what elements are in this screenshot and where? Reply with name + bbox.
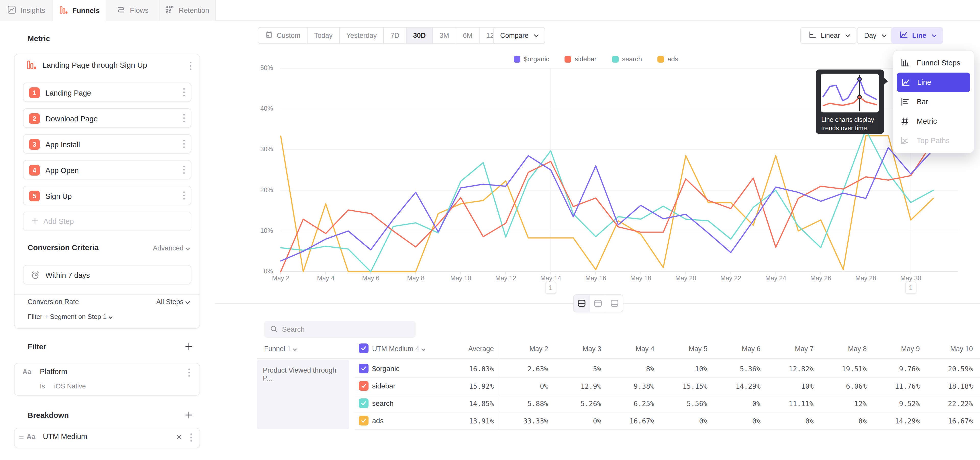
tab-retention[interactable]: Retention bbox=[159, 0, 216, 21]
range-yesterday-button[interactable]: Yesterday bbox=[340, 27, 384, 43]
x-tick-label: May 18 bbox=[620, 275, 661, 282]
funnel-kebab-menu[interactable] bbox=[188, 60, 193, 72]
breakdown-column-header[interactable]: UTM Medium 4 bbox=[372, 345, 425, 353]
layout-chart-only-button[interactable] bbox=[590, 295, 606, 312]
step-kebab-menu[interactable] bbox=[182, 164, 186, 175]
range-today-button[interactable]: Today bbox=[307, 27, 340, 43]
funnel-step-1[interactable]: 1Landing Page bbox=[23, 83, 191, 102]
x-tick-label: May 20 bbox=[665, 275, 706, 282]
layout-split-button[interactable] bbox=[574, 295, 590, 312]
menu-item-metric[interactable]: Metric bbox=[893, 112, 974, 131]
chevron-down-icon bbox=[109, 315, 113, 319]
calendar-icon bbox=[265, 31, 273, 41]
menu-item-bar[interactable]: Bar bbox=[893, 92, 974, 112]
range-7d-button[interactable]: 7D bbox=[384, 27, 407, 43]
chart-type-menu: Funnel StepsLineBarMetricTop Paths bbox=[893, 50, 974, 153]
range-3m-button[interactable]: 3M bbox=[433, 27, 456, 43]
chart-type-dropdown[interactable]: Line bbox=[891, 27, 943, 44]
x-tick-label: May 6 bbox=[350, 275, 391, 282]
column-header-may-9: May 9 bbox=[859, 345, 920, 353]
chart-type-tooltip: Line charts display trends over time. bbox=[816, 70, 884, 134]
column-header-average: Average bbox=[433, 345, 494, 353]
step-kebab-menu[interactable] bbox=[182, 190, 186, 201]
table-search bbox=[264, 321, 416, 338]
cell-value: 12.82% bbox=[752, 365, 814, 373]
metric-icon bbox=[900, 116, 910, 126]
tab-flows[interactable]: Flows bbox=[106, 0, 159, 21]
cell-value: 19.51% bbox=[805, 365, 867, 373]
top-tab-bar: Insights Funnels Flows Retention bbox=[0, 0, 980, 21]
filter-operator[interactable]: Is bbox=[40, 382, 45, 390]
flows-icon bbox=[117, 5, 125, 16]
step-kebab-menu[interactable] bbox=[182, 138, 186, 150]
step-number-badge: 2 bbox=[29, 113, 40, 124]
breakdown-select-all-checkbox[interactable] bbox=[359, 343, 369, 353]
breakdown-card[interactable] bbox=[14, 428, 200, 448]
tooltip-text: Line charts display trends over time. bbox=[821, 115, 880, 133]
x-tick-label: May 10 bbox=[440, 275, 481, 282]
filter-kebab-menu[interactable] bbox=[187, 367, 191, 378]
column-header-may-10: May 10 bbox=[912, 345, 973, 353]
filter-value[interactable]: iOS Native bbox=[54, 382, 86, 390]
layout-toggle-group bbox=[573, 294, 623, 312]
tab-funnels[interactable]: Funnels bbox=[53, 0, 106, 21]
row-checkbox-ads[interactable] bbox=[359, 416, 369, 425]
annotation-badge[interactable]: 1 bbox=[905, 282, 916, 294]
drag-handle-icon[interactable] bbox=[19, 435, 24, 442]
add-breakdown-button[interactable] bbox=[184, 410, 193, 421]
cell-value: 2.63% bbox=[487, 365, 548, 373]
step-kebab-menu[interactable] bbox=[182, 112, 186, 124]
row-checkbox-search[interactable] bbox=[359, 398, 369, 408]
add-step-button[interactable]: Add Step bbox=[23, 212, 191, 231]
step-number-badge: 5 bbox=[29, 191, 40, 201]
scale-dropdown[interactable]: Linear bbox=[800, 27, 856, 44]
funnel-column-header[interactable]: Funnel 1 bbox=[264, 345, 296, 353]
funnel-title[interactable]: Landing Page through Sign Up bbox=[42, 61, 147, 70]
conversion-window-card[interactable]: Within 7 days bbox=[23, 265, 191, 284]
cell-value: 11.76% bbox=[859, 382, 920, 390]
cell-value: 16.67% bbox=[593, 417, 654, 425]
funnel-step-4[interactable]: 4App Open bbox=[23, 160, 191, 179]
funnel-step-5[interactable]: 5Sign Up bbox=[23, 186, 191, 205]
advanced-dropdown[interactable]: Advanced bbox=[112, 244, 189, 252]
conversion-window-value: Within 7 days bbox=[45, 271, 90, 280]
search-input[interactable] bbox=[282, 325, 404, 334]
interval-dropdown[interactable]: Day bbox=[857, 27, 893, 44]
conversion-rate-dropdown[interactable]: All Steps bbox=[112, 298, 189, 306]
menu-item-funnel-steps[interactable]: Funnel Steps bbox=[893, 53, 974, 73]
compare-button[interactable]: Compare bbox=[493, 27, 545, 44]
add-filter-button[interactable] bbox=[184, 342, 193, 352]
filter-segment-dropdown[interactable]: Filter + Segment on Step 1 bbox=[27, 313, 112, 321]
annotation-badge[interactable]: 1 bbox=[545, 282, 556, 294]
cell-value: 0% bbox=[752, 417, 814, 425]
y-tick-label: 30% bbox=[237, 145, 273, 153]
funnel-step-3[interactable]: 3App Install bbox=[23, 134, 191, 153]
tab-label: Funnels bbox=[72, 6, 100, 15]
layout-table-only-button[interactable] bbox=[606, 295, 623, 312]
breakdown-property-name[interactable]: UTM Medium bbox=[43, 433, 87, 441]
cell-value: 5.88% bbox=[487, 400, 548, 407]
clock-icon bbox=[30, 270, 40, 281]
cell-value: 0% bbox=[540, 417, 601, 425]
row-checkbox-sidebar[interactable] bbox=[359, 381, 369, 391]
range-custom-button[interactable]: Custom bbox=[258, 27, 307, 43]
step-number-badge: 4 bbox=[29, 165, 40, 176]
column-header-may-3: May 3 bbox=[540, 345, 601, 353]
chevron-down-icon bbox=[932, 32, 936, 37]
table-row-group[interactable]: Product Viewed through P... bbox=[257, 360, 349, 429]
breakdown-kebab-menu[interactable] bbox=[189, 432, 193, 443]
filter-property-name[interactable]: Platform bbox=[40, 367, 67, 376]
funnel-step-2[interactable]: 2Download Page bbox=[23, 109, 191, 128]
step-kebab-menu[interactable] bbox=[182, 87, 186, 98]
cell-value: 15.92% bbox=[433, 382, 494, 390]
row-checkbox-organic[interactable] bbox=[359, 364, 369, 373]
chevron-down-icon bbox=[185, 246, 190, 250]
cell-value: 13.91% bbox=[433, 417, 494, 425]
cell-value: 5% bbox=[540, 365, 601, 373]
range-30d-button[interactable]: 30D bbox=[407, 27, 433, 43]
range-6m-button[interactable]: 6M bbox=[456, 27, 480, 43]
step-number-badge: 3 bbox=[29, 139, 40, 150]
menu-item-line[interactable]: Line bbox=[897, 73, 970, 92]
tab-insights[interactable]: Insights bbox=[0, 0, 53, 21]
remove-breakdown-icon[interactable] bbox=[176, 433, 183, 442]
